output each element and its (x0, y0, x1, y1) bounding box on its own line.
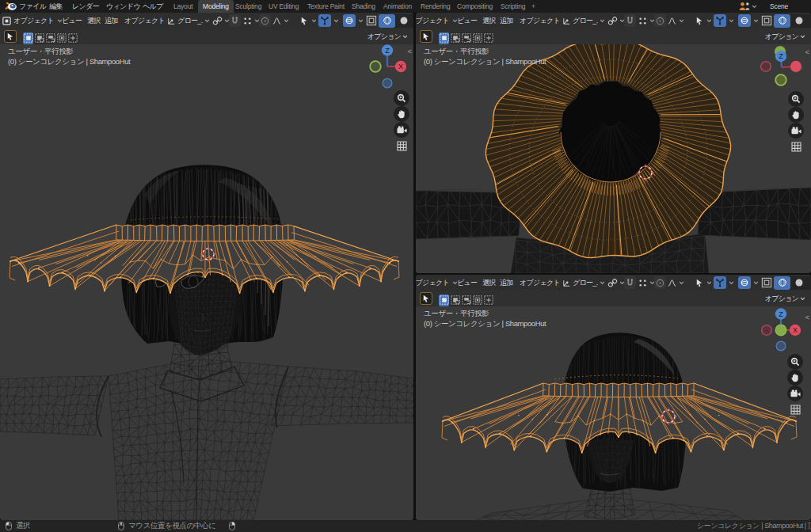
svg-text:Z: Z (385, 47, 390, 55)
svg-text:Z: Z (779, 52, 783, 60)
svg-text:X: X (398, 63, 403, 70)
svg-text:Z: Z (779, 310, 783, 318)
svg-text:X: X (793, 326, 798, 334)
